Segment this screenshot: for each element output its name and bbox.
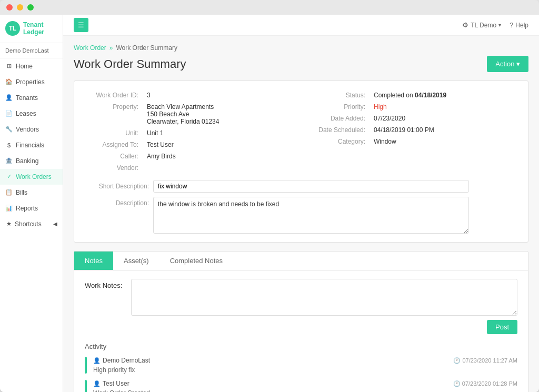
sidebar-item-label: Home [16, 63, 33, 70]
title-bar [0, 0, 539, 15]
property-value: Beach View Apartments 150 Beach Ave Clea… [147, 103, 219, 125]
date-added-value: 07/23/2020 [374, 115, 405, 122]
main-content: Work Order » Work Order Summary Work Ord… [63, 36, 539, 392]
work-notes-textarea[interactable] [131, 279, 517, 316]
page-title: Work Order Summary [74, 57, 186, 71]
tabs-container: Notes Asset(s) Completed Notes Work Note… [74, 251, 528, 392]
tl-demo-menu[interactable]: ⚙ TL Demo ▾ [462, 21, 501, 29]
sidebar-item-label: Tenants [16, 94, 38, 102]
sidebar-item-work-orders[interactable]: ✓ Work Orders [0, 169, 63, 185]
question-icon: ? [510, 21, 513, 29]
logo-text: Tenant Ledger [23, 21, 57, 36]
logo-icon: TL [5, 21, 20, 36]
sidebar-item-properties[interactable]: 🏠 Properties [0, 74, 63, 90]
sidebar-item-vendors[interactable]: 🔧 Vendors [0, 122, 63, 137]
tab-notes[interactable]: Notes [74, 252, 113, 270]
clock-icon: 🕐 [453, 380, 461, 387]
leases-icon: 📄 [5, 110, 13, 117]
user-icon: 👤 [93, 357, 101, 364]
description-row: Description: the window is broken and ne… [74, 195, 528, 242]
maximize-button[interactable] [27, 4, 34, 11]
activity-border [85, 380, 87, 392]
work-order-id-row: Work Order ID: 3 [74, 89, 301, 101]
sidebar-item-reports[interactable]: 📊 Reports [0, 200, 63, 216]
category-label: Category: [301, 138, 370, 145]
status-label: Status: [301, 92, 370, 99]
reports-icon: 📊 [5, 205, 13, 212]
status-row: Status: Completed on 04/18/2019 [301, 89, 528, 101]
minimize-button[interactable] [17, 4, 23, 11]
short-desc-label: Short Description: [85, 183, 153, 190]
assigned-row: Assigned To: Test User [74, 139, 301, 150]
status-value: Completed on 04/18/2019 [374, 92, 446, 99]
sidebar-item-label: Properties [16, 78, 45, 86]
activity-message: Work Order Created [93, 389, 517, 392]
work-order-card: Work Order ID: 3 Property: Beach View Ap… [74, 81, 528, 243]
hamburger-button[interactable]: ☰ [74, 18, 88, 32]
sidebar-item-label: Bills [16, 189, 27, 196]
activity-body: 👤 Demo DemoLast 🕐 07/23/2020 11:27 AM [93, 357, 517, 374]
tenants-icon: 👤 [5, 94, 13, 101]
action-button[interactable]: Action ▾ [487, 56, 528, 72]
work-order-id-value: 3 [147, 92, 151, 99]
work-orders-icon: ✓ [5, 173, 13, 180]
user-icon: 👤 [93, 380, 101, 387]
caller-row: Caller: Amy Birds [74, 150, 301, 162]
date-scheduled-row: Date Scheduled: 04/18/2019 01:00 PM [301, 124, 528, 136]
help-button[interactable]: ? Help [510, 21, 528, 29]
sidebar: TL Tenant Ledger Demo DemoLast ⊞ Home 🏠 … [0, 15, 63, 392]
sidebar-item-leases[interactable]: 📄 Leases [0, 106, 63, 122]
short-desc-input[interactable] [153, 180, 469, 193]
help-label: Help [515, 22, 528, 29]
tab-assets[interactable]: Asset(s) [113, 252, 159, 270]
sidebar-item-label: Leases [16, 110, 36, 117]
priority-row: Priority: High [301, 101, 528, 113]
sidebar-item-bills[interactable]: 📋 Bills [0, 185, 63, 200]
top-header: ☰ ⚙ TL Demo ▾ ? Help [63, 15, 539, 36]
properties-icon: 🏠 [5, 78, 13, 85]
page-header: Work Order Summary Action ▾ [74, 56, 528, 72]
sidebar-item-financials[interactable]: $ Financials [0, 137, 63, 153]
property-row: Property: Beach View Apartments 150 Beac… [74, 101, 301, 127]
activity-header: 👤 Demo DemoLast 🕐 07/23/2020 11:27 AM [93, 357, 517, 364]
sidebar-item-banking[interactable]: 🏦 Banking [0, 153, 63, 169]
sidebar-item-home[interactable]: ⊞ Home [0, 58, 63, 74]
work-notes-label: Work Notes: [85, 279, 127, 289]
description-textarea[interactable]: the window is broken and needs to be fix… [153, 197, 469, 234]
banking-icon: 🏦 [5, 157, 13, 164]
activity-time: 🕐 07/23/2020 11:27 AM [453, 357, 517, 364]
breadcrumb-parent[interactable]: Work Order [74, 44, 106, 52]
tab-completed-notes[interactable]: Completed Notes [159, 252, 233, 270]
vendor-label: Vendor: [74, 164, 143, 172]
post-button[interactable]: Post [487, 320, 517, 334]
shortcuts-icon: ★ [5, 220, 13, 227]
caller-value: Amy Birds [147, 153, 176, 160]
sidebar-item-label: Reports [16, 205, 38, 212]
clock-icon: 🕐 [453, 357, 461, 364]
activity-item: 👤 Test User 🕐 07/23/2020 01:28 PM [85, 380, 517, 392]
unit-value: Unit 1 [147, 129, 163, 137]
category-value: Window [374, 138, 396, 145]
activity-title: Activity [85, 343, 517, 350]
tl-demo-label: TL Demo [471, 22, 496, 29]
close-button[interactable] [6, 4, 13, 11]
activity-user: 👤 Test User [93, 380, 129, 387]
financials-icon: $ [5, 142, 13, 148]
date-scheduled-label: Date Scheduled: [301, 126, 370, 134]
sidebar-item-label: Banking [16, 157, 38, 165]
date-scheduled-value: 04/18/2019 01:00 PM [374, 126, 434, 134]
logo: TL Tenant Ledger [0, 15, 63, 43]
vendors-icon: 🔧 [5, 126, 13, 133]
activity-section: Activity 👤 Demo DemoLast [85, 343, 517, 392]
breadcrumb: Work Order » Work Order Summary [74, 44, 528, 52]
assigned-value: Test User [147, 141, 174, 148]
tab-notes-content: Work Notes: Post Activity [74, 270, 528, 392]
assigned-label: Assigned To: [74, 141, 143, 148]
collapse-icon: ◀ [53, 221, 57, 227]
activity-time: 🕐 07/23/2020 01:28 PM [453, 380, 517, 387]
sidebar-item-tenants[interactable]: 👤 Tenants [0, 90, 63, 106]
activity-item: 👤 Demo DemoLast 🕐 07/23/2020 11:27 AM [85, 357, 517, 374]
sidebar-item-label: Shortcuts [15, 220, 42, 228]
sidebar-item-shortcuts[interactable]: ★ Shortcuts ◀ [0, 216, 63, 232]
priority-label: Priority: [301, 103, 370, 110]
